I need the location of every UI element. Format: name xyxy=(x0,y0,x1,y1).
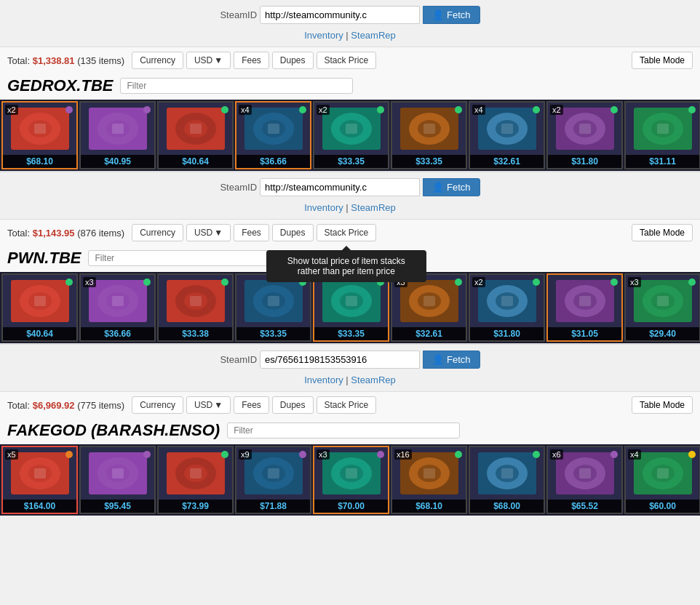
item-card: x2 $31.80 xyxy=(546,101,623,169)
chevron-down-icon: ▼ xyxy=(214,228,223,238)
currency-button[interactable]: Currency xyxy=(132,224,183,241)
user-section-fakegod: SteamID 👤 Fetch Inventory | SteamRep Tot… xyxy=(0,345,700,516)
item-price: $31.80 xyxy=(548,155,621,168)
table-mode-button[interactable]: Table Mode xyxy=(632,224,693,241)
stack-price-button[interactable]: Stack Price xyxy=(317,224,377,241)
currency-dropdown[interactable]: USD ▼ xyxy=(186,396,231,414)
item-badge: x3 xyxy=(317,449,330,460)
item-badge: x4 xyxy=(628,449,641,460)
section-title: GEDROX.TBE xyxy=(7,76,113,95)
item-card: $73.99 xyxy=(157,446,234,514)
total-info: Total: $6,969.92 (775 items) xyxy=(7,400,124,411)
item-quality-dot xyxy=(143,451,151,458)
svg-rect-91 xyxy=(346,468,357,478)
item-badge: x2 xyxy=(550,105,563,115)
item-quality-dot xyxy=(455,279,462,286)
controls-group: Currency USD ▼ Fees Dupes Stack Price xyxy=(132,396,376,414)
svg-rect-47 xyxy=(190,296,202,306)
item-quality-dot xyxy=(610,451,618,458)
steamrep-link[interactable]: SteamRep xyxy=(351,30,395,41)
filter-input[interactable] xyxy=(227,422,460,438)
dupes-button[interactable]: Dupes xyxy=(272,396,314,414)
inventory-link[interactable]: Inventory xyxy=(304,374,343,385)
section-title-row: FAKEGOD (BARASH.ENSO) xyxy=(0,418,700,444)
svg-rect-103 xyxy=(579,468,591,478)
steamrep-link[interactable]: SteamRep xyxy=(351,202,395,213)
item-quality-dot xyxy=(299,279,306,286)
table-mode-button[interactable]: Table Mode xyxy=(632,396,693,414)
item-quality-dot xyxy=(65,106,73,113)
fetch-button[interactable]: 👤 Fetch xyxy=(423,350,480,369)
item-quality-dot xyxy=(299,106,306,113)
item-price: $65.52 xyxy=(548,500,621,513)
item-quality-dot xyxy=(688,279,696,286)
steamid-label: SteamID xyxy=(220,9,257,20)
table-mode-button[interactable]: Table Mode xyxy=(632,52,693,69)
steamid-input[interactable] xyxy=(260,178,420,196)
item-badge: x2 xyxy=(472,277,485,287)
item-quality-dot xyxy=(377,279,384,286)
svg-rect-75 xyxy=(34,468,46,478)
item-card: x2 $33.35 xyxy=(313,101,389,169)
steamid-label: SteamID xyxy=(220,182,257,193)
fetch-bar-fakegod: SteamID 👤 Fetch xyxy=(0,345,700,372)
item-card: x5 $164.00 xyxy=(1,446,78,514)
steamrep-link[interactable]: SteamRep xyxy=(351,374,395,385)
item-badge: x3 xyxy=(83,277,96,287)
fees-button[interactable]: Fees xyxy=(234,224,269,241)
item-price: $70.00 xyxy=(314,500,388,513)
item-card: x4 $32.61 xyxy=(469,101,545,169)
item-price: $73.99 xyxy=(159,500,232,513)
item-card: x3 $29.40 xyxy=(624,273,700,342)
filter-input[interactable] xyxy=(88,250,321,266)
svg-rect-63 xyxy=(501,296,513,306)
dupes-button[interactable]: Dupes xyxy=(272,52,314,69)
stack-price-button[interactable]: Stack Price xyxy=(317,396,377,414)
currency-dropdown[interactable]: USD ▼ xyxy=(186,224,231,241)
items-grid: $40.64 x3 $36.66 xyxy=(0,272,700,343)
section-title: FAKEGOD (BARASH.ENSO) xyxy=(7,421,220,440)
item-quality-dot xyxy=(65,279,73,286)
steamid-input[interactable] xyxy=(260,6,420,24)
currency-button[interactable]: Currency xyxy=(132,396,183,414)
item-price: $40.64 xyxy=(3,327,76,340)
item-price: $32.61 xyxy=(392,327,466,340)
fetch-button[interactable]: 👤 Fetch xyxy=(423,178,480,196)
total-items: (135 items) xyxy=(77,55,124,66)
section-header: Total: $1,143.95 (876 items) Currency US… xyxy=(0,219,700,246)
fetch-button[interactable]: 👤 Fetch xyxy=(423,6,480,24)
item-card: x3 $32.61 xyxy=(391,273,467,342)
svg-rect-31 xyxy=(579,124,591,134)
currency-dropdown[interactable]: USD ▼ xyxy=(186,52,231,69)
item-price: $164.00 xyxy=(3,500,76,513)
nav-links: Inventory | SteamRep xyxy=(0,30,700,41)
total-info: Total: $1,143.95 (876 items) xyxy=(7,228,124,239)
inventory-link[interactable]: Inventory xyxy=(304,202,343,213)
item-price: $40.95 xyxy=(81,155,154,168)
dupes-button[interactable]: Dupes xyxy=(272,224,314,241)
filter-input[interactable] xyxy=(120,78,353,94)
item-price: $29.40 xyxy=(626,327,699,340)
steamid-input[interactable] xyxy=(260,350,420,369)
item-price: $33.35 xyxy=(314,155,388,168)
svg-rect-23 xyxy=(423,124,435,134)
currency-button[interactable]: Currency xyxy=(132,52,183,69)
fetch-bar-pwn: SteamID 👤 Fetch xyxy=(0,172,700,199)
item-price: $60.00 xyxy=(626,500,699,513)
item-card: $31.05 xyxy=(546,273,623,342)
fees-button[interactable]: Fees xyxy=(234,396,269,414)
item-price: $68.10 xyxy=(392,500,466,513)
total-items: (876 items) xyxy=(77,228,124,239)
fees-button[interactable]: Fees xyxy=(234,52,269,69)
inventory-link[interactable]: Inventory xyxy=(304,30,343,41)
total-info: Total: $1,338.81 (135 items) xyxy=(7,55,124,66)
total-price: $1,143.95 xyxy=(33,228,75,239)
section-header: Total: $1,338.81 (135 items) Currency US… xyxy=(0,47,700,73)
item-card: $31.11 xyxy=(624,101,700,169)
steamid-label: SteamID xyxy=(220,354,257,365)
item-card: $95.45 xyxy=(79,446,156,514)
controls-group: Currency USD ▼ Fees Dupes Stack Price xyxy=(132,52,376,69)
svg-rect-59 xyxy=(423,296,435,306)
item-price: $33.35 xyxy=(314,327,388,340)
stack-price-button[interactable]: Stack Price xyxy=(317,52,377,69)
